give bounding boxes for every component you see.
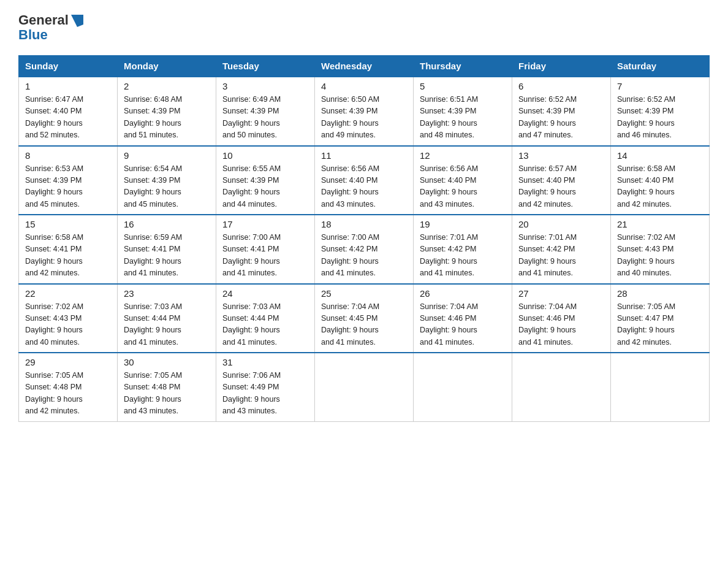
calendar-cell: 8Sunrise: 6:53 AMSunset: 4:39 PMDaylight… — [19, 146, 118, 215]
day-number: 10 — [222, 150, 308, 161]
day-number: 18 — [321, 219, 407, 229]
day-number: 28 — [617, 288, 703, 299]
calendar-cell: 16Sunrise: 6:59 AMSunset: 4:41 PMDayligh… — [118, 215, 216, 284]
day-info: Sunrise: 7:05 AMSunset: 4:47 PMDaylight:… — [617, 301, 703, 349]
day-info: Sunrise: 6:57 AMSunset: 4:40 PMDaylight:… — [518, 163, 604, 211]
page-header: General Blue — [18, 12, 710, 43]
day-info: Sunrise: 6:58 AMSunset: 4:41 PMDaylight:… — [25, 232, 111, 280]
day-number: 6 — [518, 81, 604, 91]
calendar-cell: 13Sunrise: 6:57 AMSunset: 4:40 PMDayligh… — [512, 146, 611, 215]
calendar-cell: 25Sunrise: 7:04 AMSunset: 4:45 PMDayligh… — [315, 284, 414, 353]
calendar-cell: 24Sunrise: 7:03 AMSunset: 4:44 PMDayligh… — [216, 284, 315, 353]
calendar-week-row: 15Sunrise: 6:58 AMSunset: 4:41 PMDayligh… — [19, 215, 710, 284]
calendar-cell — [611, 353, 710, 421]
calendar-cell: 2Sunrise: 6:48 AMSunset: 4:39 PMDaylight… — [118, 77, 216, 146]
day-number: 25 — [321, 288, 407, 299]
calendar-cell: 10Sunrise: 6:55 AMSunset: 4:39 PMDayligh… — [216, 146, 315, 215]
day-info: Sunrise: 7:01 AMSunset: 4:42 PMDaylight:… — [518, 232, 604, 280]
day-number: 16 — [124, 219, 210, 229]
calendar-cell: 3Sunrise: 6:49 AMSunset: 4:39 PMDaylight… — [216, 77, 315, 146]
calendar-cell: 21Sunrise: 7:02 AMSunset: 4:43 PMDayligh… — [611, 215, 710, 284]
day-number: 31 — [222, 357, 308, 367]
day-info: Sunrise: 7:02 AMSunset: 4:43 PMDaylight:… — [25, 301, 111, 349]
calendar-cell: 4Sunrise: 6:50 AMSunset: 4:39 PMDaylight… — [315, 77, 414, 146]
day-number: 14 — [617, 150, 703, 161]
weekday-header-monday: Monday — [118, 56, 216, 77]
day-info: Sunrise: 7:03 AMSunset: 4:44 PMDaylight:… — [222, 301, 308, 349]
calendar-cell — [414, 353, 512, 421]
calendar-cell: 9Sunrise: 6:54 AMSunset: 4:39 PMDaylight… — [118, 146, 216, 215]
logo-general: General — [18, 12, 69, 28]
calendar-table: SundayMondayTuesdayWednesdayThursdayFrid… — [18, 55, 710, 422]
day-number: 3 — [222, 81, 308, 91]
day-info: Sunrise: 6:48 AMSunset: 4:39 PMDaylight:… — [124, 94, 210, 142]
calendar-cell: 5Sunrise: 6:51 AMSunset: 4:39 PMDaylight… — [414, 77, 512, 146]
weekday-header-thursday: Thursday — [414, 56, 512, 77]
weekday-header-friday: Friday — [512, 56, 611, 77]
day-number: 12 — [420, 150, 506, 161]
calendar-cell: 14Sunrise: 6:58 AMSunset: 4:40 PMDayligh… — [611, 146, 710, 215]
day-info: Sunrise: 7:00 AMSunset: 4:42 PMDaylight:… — [321, 232, 407, 280]
calendar-cell: 30Sunrise: 7:05 AMSunset: 4:48 PMDayligh… — [118, 353, 216, 421]
day-number: 11 — [321, 150, 407, 161]
day-number: 4 — [321, 81, 407, 91]
day-number: 22 — [25, 288, 111, 299]
day-info: Sunrise: 7:00 AMSunset: 4:41 PMDaylight:… — [222, 232, 308, 280]
day-number: 20 — [518, 219, 604, 229]
day-number: 8 — [25, 150, 111, 161]
logo: General Blue — [18, 12, 85, 43]
logo-triangle-icon — [70, 13, 85, 27]
day-info: Sunrise: 6:47 AMSunset: 4:40 PMDaylight:… — [25, 94, 111, 142]
calendar-cell: 1Sunrise: 6:47 AMSunset: 4:40 PMDaylight… — [19, 77, 118, 146]
day-number: 9 — [124, 150, 210, 161]
calendar-week-row: 22Sunrise: 7:02 AMSunset: 4:43 PMDayligh… — [19, 284, 710, 353]
calendar-cell: 11Sunrise: 6:56 AMSunset: 4:40 PMDayligh… — [315, 146, 414, 215]
calendar-cell: 31Sunrise: 7:06 AMSunset: 4:49 PMDayligh… — [216, 353, 315, 421]
day-number: 30 — [124, 357, 210, 367]
day-number: 26 — [420, 288, 506, 299]
day-info: Sunrise: 6:53 AMSunset: 4:39 PMDaylight:… — [25, 163, 111, 211]
weekday-header-saturday: Saturday — [611, 56, 710, 77]
calendar-cell: 18Sunrise: 7:00 AMSunset: 4:42 PMDayligh… — [315, 215, 414, 284]
calendar-cell: 22Sunrise: 7:02 AMSunset: 4:43 PMDayligh… — [19, 284, 118, 353]
calendar-cell — [315, 353, 414, 421]
weekday-header-tuesday: Tuesday — [216, 56, 315, 77]
calendar-cell: 29Sunrise: 7:05 AMSunset: 4:48 PMDayligh… — [19, 353, 118, 421]
calendar-cell — [512, 353, 611, 421]
calendar-cell: 26Sunrise: 7:04 AMSunset: 4:46 PMDayligh… — [414, 284, 512, 353]
day-number: 15 — [25, 219, 111, 229]
day-number: 2 — [124, 81, 210, 91]
day-info: Sunrise: 6:56 AMSunset: 4:40 PMDaylight:… — [321, 163, 407, 211]
day-number: 21 — [617, 219, 703, 229]
calendar-cell: 27Sunrise: 7:04 AMSunset: 4:46 PMDayligh… — [512, 284, 611, 353]
calendar-week-row: 29Sunrise: 7:05 AMSunset: 4:48 PMDayligh… — [19, 353, 710, 421]
calendar-cell: 7Sunrise: 6:52 AMSunset: 4:39 PMDaylight… — [611, 77, 710, 146]
weekday-header-wednesday: Wednesday — [315, 56, 414, 77]
day-number: 5 — [420, 81, 506, 91]
day-info: Sunrise: 7:02 AMSunset: 4:43 PMDaylight:… — [617, 232, 703, 280]
day-info: Sunrise: 7:04 AMSunset: 4:45 PMDaylight:… — [321, 301, 407, 349]
calendar-cell: 15Sunrise: 6:58 AMSunset: 4:41 PMDayligh… — [19, 215, 118, 284]
day-number: 19 — [420, 219, 506, 229]
day-number: 27 — [518, 288, 604, 299]
calendar-week-row: 8Sunrise: 6:53 AMSunset: 4:39 PMDaylight… — [19, 146, 710, 215]
calendar-cell: 17Sunrise: 7:00 AMSunset: 4:41 PMDayligh… — [216, 215, 315, 284]
day-number: 1 — [25, 81, 111, 91]
day-number: 7 — [617, 81, 703, 91]
day-number: 17 — [222, 219, 308, 229]
calendar-cell: 12Sunrise: 6:56 AMSunset: 4:40 PMDayligh… — [414, 146, 512, 215]
day-number: 29 — [25, 357, 111, 367]
day-number: 23 — [124, 288, 210, 299]
day-info: Sunrise: 6:55 AMSunset: 4:39 PMDaylight:… — [222, 163, 308, 211]
day-info: Sunrise: 6:54 AMSunset: 4:39 PMDaylight:… — [124, 163, 210, 211]
calendar-header-row: SundayMondayTuesdayWednesdayThursdayFrid… — [19, 56, 710, 77]
day-info: Sunrise: 7:04 AMSunset: 4:46 PMDaylight:… — [518, 301, 604, 349]
calendar-cell: 19Sunrise: 7:01 AMSunset: 4:42 PMDayligh… — [414, 215, 512, 284]
calendar-cell: 6Sunrise: 6:52 AMSunset: 4:39 PMDaylight… — [512, 77, 611, 146]
day-number: 24 — [222, 288, 308, 299]
day-info: Sunrise: 6:56 AMSunset: 4:40 PMDaylight:… — [420, 163, 506, 211]
logo-blue: Blue — [18, 27, 48, 43]
day-info: Sunrise: 6:52 AMSunset: 4:39 PMDaylight:… — [617, 94, 703, 142]
svg-marker-0 — [71, 15, 83, 27]
calendar-cell: 20Sunrise: 7:01 AMSunset: 4:42 PMDayligh… — [512, 215, 611, 284]
